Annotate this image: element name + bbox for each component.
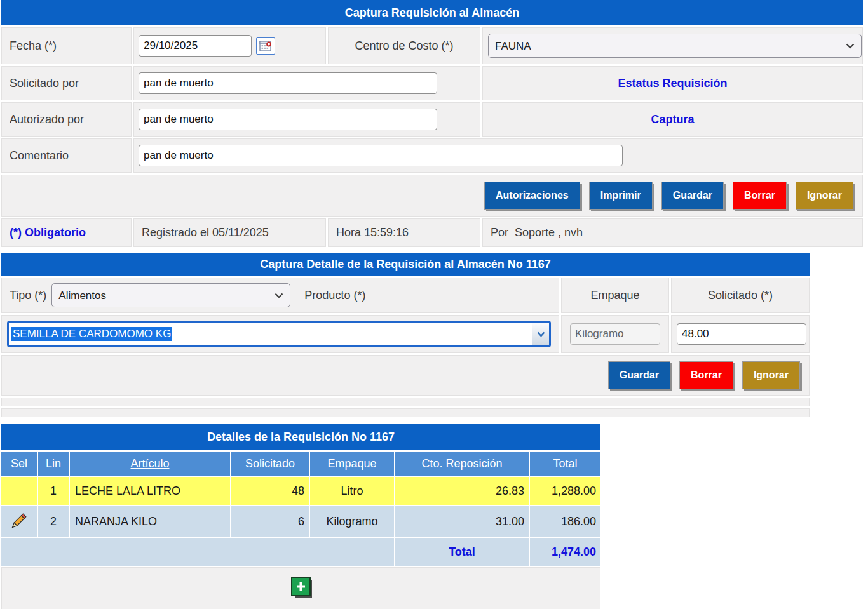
fecha-label: Fecha (*) <box>1 27 132 64</box>
solicitado-por-cell <box>133 66 480 100</box>
calendar-glyph <box>259 40 272 52</box>
borrar-button[interactable]: Borrar <box>733 182 787 210</box>
centro-costo-cell: FAUNA <box>482 27 863 64</box>
centro-costo-label: Centro de Costo (*) <box>328 27 480 64</box>
empaque-input <box>570 323 660 345</box>
producto-combobox[interactable]: SEMILLA DE CARDOMOMO KG <box>7 321 551 347</box>
fecha-input[interactable] <box>139 35 252 57</box>
section1-buttons-row: Autorizaciones Imprimir Guardar Borrar I… <box>1 175 863 217</box>
combo-dropdown-button[interactable] <box>532 323 549 345</box>
col-header-articulo: Artículo <box>70 452 230 476</box>
fecha-cell <box>133 27 326 64</box>
row2-articulo: NARANJA KILO <box>70 506 230 537</box>
col-header-total: Total <box>530 452 600 476</box>
section3-title: Detalles de la Requisición No 1167 <box>1 424 600 450</box>
imprimir-button[interactable]: Imprimir <box>589 182 653 210</box>
detalle-guardar-button[interactable]: Guardar <box>608 361 670 389</box>
detalle-ignorar-button[interactable]: Ignorar <box>742 361 800 389</box>
por-text: Por Soporte , nvh <box>482 218 863 247</box>
comentario-cell <box>133 138 863 173</box>
plus-icon <box>295 581 306 592</box>
total-row-spacer <box>1 538 394 566</box>
edit-pencil-icon[interactable] <box>10 513 27 530</box>
comentario-label: Comentario <box>1 138 132 173</box>
row1-lin: 1 <box>38 477 69 505</box>
requisition-form: Captura Requisición al Almacén Fecha (*)… <box>1 0 863 247</box>
section2-title: Captura Detalle de la Requisición al Alm… <box>1 253 810 276</box>
col-header-sel: Sel <box>1 452 37 476</box>
guardar-button[interactable]: Guardar <box>661 182 724 210</box>
empaque-cell <box>561 315 669 353</box>
registrado-text: Registrado el 05/11/2025 <box>133 218 326 247</box>
calendar-icon[interactable] <box>256 37 275 55</box>
table-footer <box>1 567 600 609</box>
row2-sel-cell <box>1 506 37 537</box>
row2-solicitado: 6 <box>231 506 309 537</box>
row1-solicitado: 48 <box>231 477 309 505</box>
row1-cto-reposicion: 26.83 <box>395 477 529 505</box>
section1-title: Captura Requisición al Almacén <box>1 0 863 25</box>
articulo-sort-link[interactable]: Artículo <box>130 457 169 471</box>
solicitado-por-input[interactable] <box>139 72 437 94</box>
solicitado-label: Solicitado (*) <box>671 278 810 313</box>
add-row-button[interactable] <box>291 577 311 596</box>
autorizaciones-button[interactable]: Autorizaciones <box>484 182 580 210</box>
solicitado-cell <box>671 315 810 353</box>
row2-cto-reposicion: 31.00 <box>395 506 529 537</box>
total-value: 1,474.00 <box>530 538 600 566</box>
row1-total: 1,288.00 <box>530 477 600 505</box>
row2-lin: 2 <box>38 506 69 537</box>
row1-empaque: Litro <box>310 477 394 505</box>
autorizado-por-input[interactable] <box>139 109 437 130</box>
solicitado-por-label: Solicitado por <box>1 66 132 100</box>
chevron-down-icon <box>537 331 545 337</box>
tipo-label: Tipo (*) <box>2 289 46 302</box>
tipo-producto-cell: Tipo (*) Alimentos Producto (*) <box>1 278 559 313</box>
solicitado-input[interactable] <box>677 323 806 345</box>
section2-buttons-row: Guardar Borrar Ignorar <box>1 355 810 396</box>
autorizado-por-cell <box>133 102 480 137</box>
obligatorio-note: (*) Obligatorio <box>1 218 132 247</box>
row2-total: 186.00 <box>530 506 600 537</box>
estatus-value: Captura <box>482 102 863 137</box>
row1-sel-cell[interactable] <box>1 477 37 505</box>
col-header-lin: Lin <box>38 452 69 476</box>
tipo-select[interactable]: Alimentos <box>51 283 290 307</box>
row2-empaque: Kilogramo <box>310 506 394 537</box>
row1-articulo: LECHE LALA LITRO <box>70 477 230 505</box>
producto-label: Producto (*) <box>304 289 365 302</box>
col-header-empaque: Empaque <box>310 452 394 476</box>
comentario-input[interactable] <box>139 145 623 166</box>
spacer-row <box>1 408 810 417</box>
hora-text: Hora 15:59:16 <box>328 218 480 247</box>
requisition-details-table: Detalles de la Requisición No 1167 Sel L… <box>1 424 600 609</box>
detalle-borrar-button[interactable]: Borrar <box>679 361 733 389</box>
ignorar-button[interactable]: Ignorar <box>796 182 853 210</box>
spacer-row <box>1 398 810 406</box>
producto-selected-text: SEMILLA DE CARDOMOMO KG <box>9 323 532 345</box>
col-header-solicitado: Solicitado <box>231 452 309 476</box>
producto-cell: SEMILLA DE CARDOMOMO KG <box>1 315 559 353</box>
detail-capture-form: Captura Detalle de la Requisición al Alm… <box>1 253 810 417</box>
total-label: Total <box>395 538 529 566</box>
autorizado-por-label: Autorizado por <box>1 102 132 137</box>
col-header-cto-reposicion: Cto. Reposición <box>395 452 529 476</box>
estatus-requisicion-title: Estatus Requisición <box>482 66 863 100</box>
empaque-label: Empaque <box>561 278 669 313</box>
centro-costo-select[interactable]: FAUNA <box>488 34 862 58</box>
